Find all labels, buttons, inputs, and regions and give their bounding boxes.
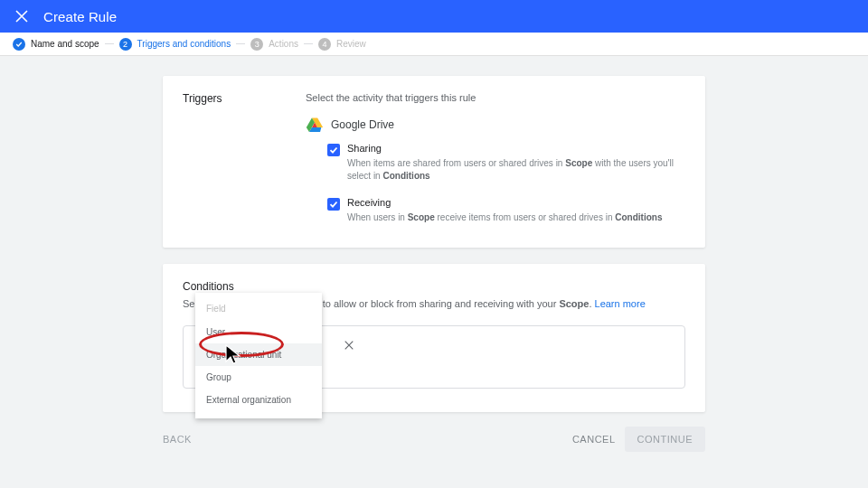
step-name-and-scope[interactable]: Name and scope [13,38,99,51]
field-dropdown[interactable]: Field User Organizational unit Group Ext… [195,293,322,418]
dropdown-item-group[interactable]: Group [195,366,322,389]
google-drive-icon [306,116,324,134]
receiving-title: Receiving [347,197,662,208]
back-button[interactable]: BACK [163,434,192,445]
continue-button[interactable]: CONTINUE [625,427,705,452]
sharing-title: Sharing [347,143,685,154]
dropdown-item-external-organization[interactable]: External organization [195,389,322,411]
triggers-prompt: Select the activity that triggers this r… [306,92,685,103]
clear-condition-button[interactable] [344,341,354,350]
step-actions[interactable]: 3 Actions [250,38,298,51]
drive-name: Google Drive [331,118,394,131]
close-icon [15,10,28,23]
sharing-checkbox[interactable] [327,144,340,156]
check-icon [15,41,23,48]
main-content: Triggers Select the activity that trigge… [0,56,868,452]
stepper: Name and scope 2 Triggers and conditions… [0,33,868,56]
close-icon [344,341,354,350]
step-label: Actions [269,39,298,49]
step-label: Name and scope [31,39,99,49]
triggers-label: Triggers [183,92,306,224]
wizard-footer: BACK CANCEL CONTINUE [163,427,705,452]
dropdown-item-user[interactable]: User [195,321,322,343]
step-review[interactable]: 4 Review [318,38,366,51]
cancel-button[interactable]: CANCEL [572,434,616,445]
sharing-checkbox-row: Sharing When items are shared from users… [327,143,685,183]
sharing-desc: When items are shared from users or shar… [347,157,685,183]
step-triggers-and-conditions[interactable]: 2 Triggers and conditions [119,38,231,51]
learn-more-link[interactable]: Learn more [595,298,646,309]
step-label: Review [336,39,366,49]
app-header: Create Rule [0,0,868,33]
check-icon [329,145,338,155]
step-separator [304,43,313,44]
triggers-card: Triggers Select the activity that trigge… [163,76,705,248]
receiving-checkbox-row: Receiving When users in Scope receive it… [327,197,685,224]
receiving-desc: When users in Scope receive items from u… [347,211,662,224]
close-button[interactable] [11,5,33,27]
dropdown-header: Field [195,298,322,321]
dropdown-item-organizational-unit[interactable]: Organizational unit [195,343,322,366]
step-separator [105,43,114,44]
header-title: Create Rule [43,9,117,24]
check-icon [329,200,338,209]
step-separator [236,43,245,44]
step-label: Triggers and conditions [137,39,231,49]
conditions-label: Conditions [183,280,685,293]
receiving-checkbox[interactable] [327,198,340,211]
